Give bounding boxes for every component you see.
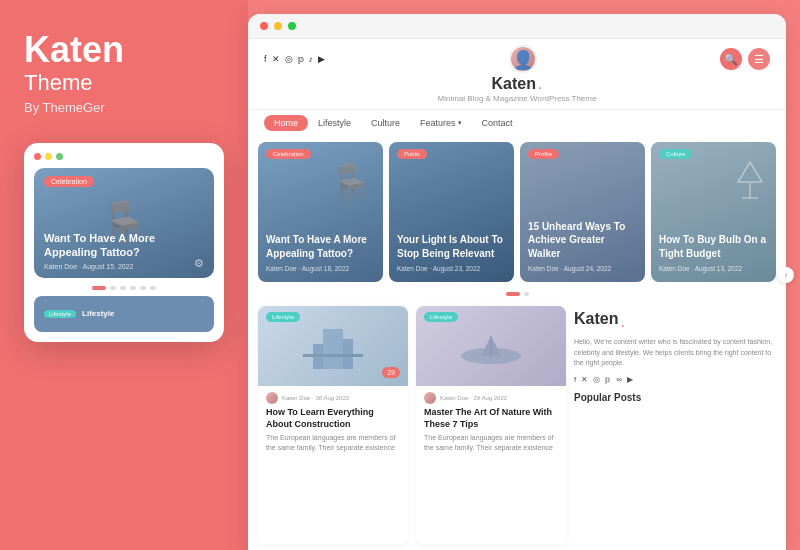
nav-home[interactable]: Home	[264, 115, 308, 131]
phone-dot-green	[56, 153, 63, 160]
site-tagline: Minimal Blog & Magazine WordPress Theme	[438, 94, 597, 103]
hero-card-2-meta: Katen Doe · August 23, 2022	[397, 265, 506, 272]
site-header: f ✕ ◎ 𝕡 ♪ ▶ 👤 🔍 ☰	[248, 39, 786, 110]
sidebar-facebook-icon[interactable]: f	[574, 375, 576, 384]
nav-features[interactable]: Features ▾	[410, 115, 472, 131]
hero-card-1[interactable]: Celebration 🪑 Want To Have A More Appeal…	[258, 142, 383, 282]
hero-card-4-meta: Katen Doe · August 13, 2022	[659, 265, 768, 272]
phone-nav-dot-5	[150, 286, 156, 290]
site-name-row: Katen .	[492, 75, 543, 93]
phone-nav-dot-3	[130, 286, 136, 290]
phone-window-controls	[34, 153, 214, 160]
phone-dot-red	[34, 153, 41, 160]
site-header-top: f ✕ ◎ 𝕡 ♪ ▶ 👤 🔍 ☰	[264, 45, 770, 73]
article-2-excerpt: The European languages are members of th…	[424, 433, 558, 453]
article-card-2[interactable]: Lifestyle Katen Doe · 29 Aug 2022 Master…	[416, 306, 566, 544]
popular-posts-title: Popular Posts	[574, 392, 776, 403]
chevron-down-icon: ▾	[458, 119, 462, 127]
phone-bottom-text: Lifestyle	[82, 309, 114, 318]
left-panel: Katen Theme By ThemeGer 🪑 Celebration Wa…	[0, 0, 248, 550]
browser-minimize-dot[interactable]	[274, 22, 282, 30]
menu-button[interactable]: ☰	[748, 48, 770, 70]
lamp-decoration-icon	[734, 160, 766, 204]
hero-card-2-title: Your Light Is About To Stop Being Releva…	[397, 233, 506, 260]
svg-marker-0	[738, 162, 762, 182]
article-1-image: Lifestyle 29	[258, 306, 408, 386]
article-1-body: Katen Doe · 30 Aug 2022 How To Learn Eve…	[258, 386, 408, 459]
sidebar-twitter-icon[interactable]: ✕	[581, 375, 588, 384]
page-dot-active[interactable]	[506, 292, 520, 296]
scroll-right-arrow[interactable]: ›	[778, 267, 786, 283]
youtube-icon[interactable]: ▶	[318, 54, 325, 64]
browser-maximize-dot[interactable]	[288, 22, 296, 30]
article-1-author: Katen Doe · 30 Aug 2022	[282, 395, 349, 401]
hero-card-1-content: Want To Have A More Appealing Tattoo? Ka…	[266, 233, 375, 272]
sidebar: Katen . Hello, We're content writer who …	[574, 306, 776, 544]
social-icons-left: f ✕ ◎ 𝕡 ♪ ▶	[264, 54, 325, 64]
phone-dot-yellow	[45, 153, 52, 160]
phone-bottom-card: Lifestyle Lifestyle	[34, 296, 214, 332]
sidebar-brand-name: Katen	[574, 310, 618, 328]
nav-culture[interactable]: Culture	[361, 115, 410, 131]
article-2-meta: Katen Doe · 29 Aug 2022	[424, 392, 558, 404]
sidebar-brand-row: Katen .	[574, 310, 776, 333]
search-button[interactable]: 🔍	[720, 48, 742, 70]
article-1-title: How To Learn Everything About Constructi…	[266, 407, 400, 430]
article-2-avatar	[424, 392, 436, 404]
site-name-dot: .	[538, 75, 542, 93]
hero-section: Celebration 🪑 Want To Have A More Appeal…	[248, 136, 786, 288]
twitter-icon[interactable]: ✕	[272, 54, 280, 64]
tiktok-icon[interactable]: ♪	[309, 54, 314, 64]
sidebar-description: Hello, We're content writer who is fasci…	[574, 337, 776, 369]
nav-contact[interactable]: Contact	[472, 115, 523, 131]
hero-card-3[interactable]: Profile 15 Unheard Ways To Achieve Great…	[520, 142, 645, 282]
browser-window: f ✕ ◎ 𝕡 ♪ ▶ 👤 🔍 ☰	[248, 14, 786, 550]
hero-card-1-badge: Celebration	[266, 149, 311, 159]
phone-card-title: Want To Have A More Appealing Tattoo?	[44, 231, 204, 260]
stool-icon: 🪑	[328, 162, 373, 204]
hero-card-4-badge: Culture	[659, 149, 692, 159]
phone-card-meta: Katen Doe · August 15, 2022	[44, 263, 204, 270]
header-icons-right: 🔍 ☰	[720, 48, 770, 70]
brand-subtitle: Theme	[24, 70, 92, 96]
browser-close-dot[interactable]	[260, 22, 268, 30]
hero-card-4-content: How To Buy Bulb On a Tight Budget Katen …	[659, 233, 768, 272]
phone-nav-dot-4	[140, 286, 146, 290]
phone-nav-dots	[34, 286, 214, 290]
facebook-icon[interactable]: f	[264, 54, 267, 64]
bottom-section: Lifestyle 29 Katen Doe · 30 Aug 2022 How…	[248, 300, 786, 550]
nav-lifestyle[interactable]: Lifestyle	[308, 115, 361, 131]
site-logo-area: 👤	[509, 45, 537, 73]
hero-card-2-badge: Public	[397, 149, 427, 159]
hero-card-4-title: How To Buy Bulb On a Tight Budget	[659, 233, 768, 260]
hero-card-2[interactable]: Public Your Light Is About To Stop Being…	[389, 142, 514, 282]
phone-badge: Celebration	[44, 176, 94, 187]
sidebar-instagram-icon[interactable]: ◎	[593, 375, 600, 384]
page-dot-2[interactable]	[524, 292, 529, 296]
phone-nav-dot-active	[92, 286, 106, 290]
site-navigation: Home Lifestyle Culture Features ▾ Contac…	[248, 110, 786, 136]
phone-nav-dot-2	[120, 286, 126, 290]
hero-card-4[interactable]: Culture How To Buy Bulb On a Tight Budge…	[651, 142, 776, 282]
brand-by: By ThemeGer	[24, 100, 105, 115]
sidebar-youtube-icon[interactable]: ▶	[627, 375, 633, 384]
site-name: Katen	[492, 75, 536, 93]
phone-card: 🪑 Celebration Want To Have A More Appeal…	[34, 168, 214, 278]
svg-rect-3	[323, 329, 343, 369]
article-2-image: Lifestyle	[416, 306, 566, 386]
phone-nav-dot-1	[110, 286, 116, 290]
sidebar-pinterest-icon[interactable]: 𝕡	[605, 375, 611, 384]
sidebar-medium-icon[interactable]: ∞	[616, 375, 622, 384]
hero-card-3-meta: Katen Doe · August 24, 2022	[528, 265, 637, 272]
article-2-author: Katen Doe · 29 Aug 2022	[440, 395, 507, 401]
article-1-count: 29	[382, 367, 400, 378]
article-2-title: Master The Art Of Nature With These 7 Ti…	[424, 407, 558, 430]
article-1-meta: Katen Doe · 30 Aug 2022	[266, 392, 400, 404]
pinterest-icon[interactable]: 𝕡	[298, 54, 304, 64]
article-card-1[interactable]: Lifestyle 29 Katen Doe · 30 Aug 2022 How…	[258, 306, 408, 544]
phone-bottom-badge: Lifestyle	[44, 310, 76, 318]
instagram-icon[interactable]: ◎	[285, 54, 293, 64]
hero-card-3-content: 15 Unheard Ways To Achieve Greater Walke…	[528, 220, 637, 273]
pagination-dots	[248, 288, 786, 300]
article-1-excerpt: The European languages are members of th…	[266, 433, 400, 453]
